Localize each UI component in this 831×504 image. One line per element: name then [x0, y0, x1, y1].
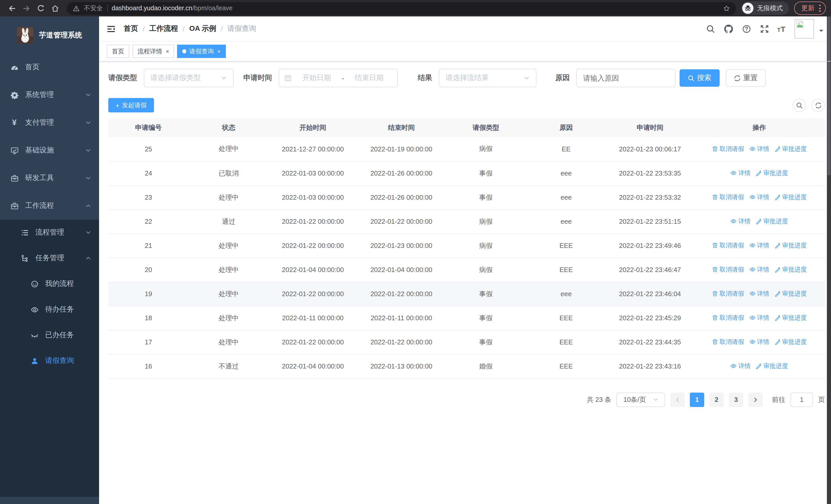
column-header: 请假类型	[446, 119, 526, 137]
github-icon[interactable]	[724, 24, 733, 33]
goto-page-input[interactable]	[791, 392, 813, 407]
sidebar-item-toolbox[interactable]: 研发工具	[0, 164, 99, 192]
cell-type: 病假	[446, 234, 526, 258]
chevron-down-icon	[523, 75, 530, 81]
sidebar-item-yen[interactable]: ¥ 支付管理	[0, 109, 99, 137]
result-select[interactable]: 请选择流结果	[439, 69, 536, 87]
sidebar-item-user[interactable]: 请假查询	[0, 348, 99, 374]
search-icon[interactable]	[706, 24, 715, 33]
page-scrollbar[interactable]	[827, 17, 831, 504]
tags-view-tab[interactable]: 流程详情 ×	[133, 45, 174, 58]
detail-action-link[interactable]: 详情	[749, 193, 769, 202]
reload-icon[interactable]	[34, 2, 47, 15]
page-size-select[interactable]: 10条/页	[617, 392, 665, 407]
browser-chrome: 不安全 dashboard.yudao.iocoder.cn/bpm/oa/le…	[0, 0, 831, 17]
sidebar-item-task-tree[interactable]: 任务管理	[0, 245, 99, 271]
cell-status: 处理中	[189, 282, 269, 306]
cancel-action-link[interactable]: 取消请假	[712, 314, 744, 322]
create-leave-button[interactable]: + 发起请假	[108, 98, 154, 112]
sidebar-item-eye-closed[interactable]: 已办任务	[0, 322, 99, 348]
cancel-action-link[interactable]: 取消请假	[712, 241, 744, 250]
show-search-button[interactable]	[793, 98, 806, 112]
avatar[interactable]	[795, 19, 814, 38]
cancel-action-link[interactable]: 取消请假	[712, 193, 744, 202]
sidebar-item-gauge[interactable]: 首页	[0, 53, 99, 81]
sidebar-item-gear[interactable]: 系统管理	[0, 81, 99, 109]
address-bar[interactable]: 不安全 dashboard.yudao.iocoder.cn/bpm/oa/le…	[67, 2, 736, 14]
progress-action-link[interactable]: 审批进度	[774, 265, 807, 274]
cancel-action-link[interactable]: 取消请假	[712, 145, 744, 153]
next-page-button[interactable]	[748, 392, 763, 407]
cell-status: 通过	[189, 209, 269, 234]
detail-action-link[interactable]: 详情	[749, 290, 769, 298]
sidebar-item-toolbox[interactable]: 工作流程	[0, 192, 99, 220]
sidebar-item-monitor[interactable]: 基础设施	[0, 137, 99, 164]
progress-action-link[interactable]: 审批进度	[774, 193, 807, 202]
app-logo[interactable]: 芋道管理系统	[0, 24, 99, 47]
forward-icon[interactable]	[20, 2, 33, 15]
breadcrumb-item[interactable]: 工作流程	[149, 24, 178, 33]
refresh-table-button[interactable]	[811, 98, 825, 112]
close-icon[interactable]: ×	[166, 49, 169, 54]
cell-applied: 2022-01-22 23:53:35	[606, 161, 694, 185]
bookmark-star-icon[interactable]	[723, 5, 730, 11]
search-button[interactable]: 搜索	[680, 69, 720, 87]
reset-button[interactable]: 重置	[726, 69, 766, 87]
sidebar-item-face[interactable]: 我的流程	[0, 271, 99, 297]
detail-action-link[interactable]: 详情	[749, 145, 769, 153]
cancel-action-link[interactable]: 取消请假	[712, 265, 744, 274]
cell-reason: EEE	[526, 234, 606, 258]
help-icon[interactable]	[742, 24, 751, 33]
tags-view-tab[interactable]: 请假查询 ×	[177, 45, 226, 58]
page-button-1[interactable]: 1	[690, 392, 704, 407]
cell-start: 2022-01-22 00:00:00	[269, 330, 357, 354]
sidebar-item-eye-open[interactable]: 待办任务	[0, 297, 99, 322]
cell-reason: EEE	[526, 354, 606, 378]
browser-update-button[interactable]: 更新	[794, 2, 826, 15]
incognito-badge[interactable]: 无痕模式	[741, 2, 789, 15]
scrollbar-thumb[interactable]	[827, 17, 830, 176]
tags-view-tab[interactable]: 首页	[107, 45, 130, 58]
sidebar-fold-icon[interactable]	[107, 24, 115, 33]
cell-start: 2022-01-03 00:00:00	[269, 185, 357, 209]
detail-action-link[interactable]: 详情	[749, 314, 769, 322]
cell-applied: 2022-01-22 23:51:15	[606, 209, 694, 234]
detail-action-link[interactable]: 详情	[749, 265, 769, 274]
detail-action-link[interactable]: 详情	[749, 338, 769, 347]
detail-action-link[interactable]: 详情	[749, 241, 769, 250]
page-buttons: 123	[690, 392, 743, 407]
progress-action-link[interactable]: 审批进度	[774, 290, 807, 298]
close-icon[interactable]: ×	[218, 49, 221, 54]
cancel-action-link[interactable]: 取消请假	[712, 290, 744, 298]
progress-action-link[interactable]: 审批进度	[755, 217, 788, 226]
breadcrumb-item[interactable]: 首页	[124, 24, 138, 33]
menu-dots-icon[interactable]	[819, 5, 821, 12]
cell-actions: 详情 审批进度	[694, 354, 825, 378]
progress-action-link[interactable]: 审批进度	[774, 314, 807, 322]
breadcrumb-item[interactable]: OA 示例	[190, 24, 216, 33]
sidebar-item-flow-list[interactable]: 流程管理	[0, 220, 99, 245]
progress-action-link[interactable]: 审批进度	[774, 241, 807, 250]
progress-action-link[interactable]: 审批进度	[774, 338, 807, 347]
table-row: 21处理中2022-01-22 00:00:002022-01-23 00:00…	[108, 234, 825, 258]
detail-action-link[interactable]: 详情	[730, 217, 750, 226]
reason-input[interactable]	[576, 69, 676, 87]
back-icon[interactable]	[5, 2, 19, 15]
avatar-caret-icon[interactable]	[819, 30, 823, 34]
progress-action-link[interactable]: 审批进度	[774, 145, 807, 153]
fullscreen-icon[interactable]	[760, 24, 769, 33]
detail-action-link[interactable]: 详情	[730, 362, 750, 370]
cancel-action-link[interactable]: 取消请假	[712, 338, 744, 347]
apply-time-range-picker[interactable]: 开始日期 - 结束日期	[279, 69, 398, 87]
progress-action-link[interactable]: 审批进度	[755, 362, 788, 370]
edit-icon	[774, 146, 780, 152]
progress-action-link[interactable]: 审批进度	[755, 169, 788, 178]
page-button-2[interactable]: 2	[709, 392, 724, 407]
home-icon[interactable]	[48, 2, 62, 15]
prev-page-button[interactable]	[670, 392, 685, 407]
detail-action-link[interactable]: 详情	[730, 169, 750, 178]
page-button-3[interactable]: 3	[729, 392, 743, 407]
font-size-icon[interactable]: TT	[777, 24, 785, 33]
table-toolbar: + 发起请假	[108, 98, 825, 112]
leave-type-select[interactable]: 请选择请假类型	[144, 69, 233, 87]
